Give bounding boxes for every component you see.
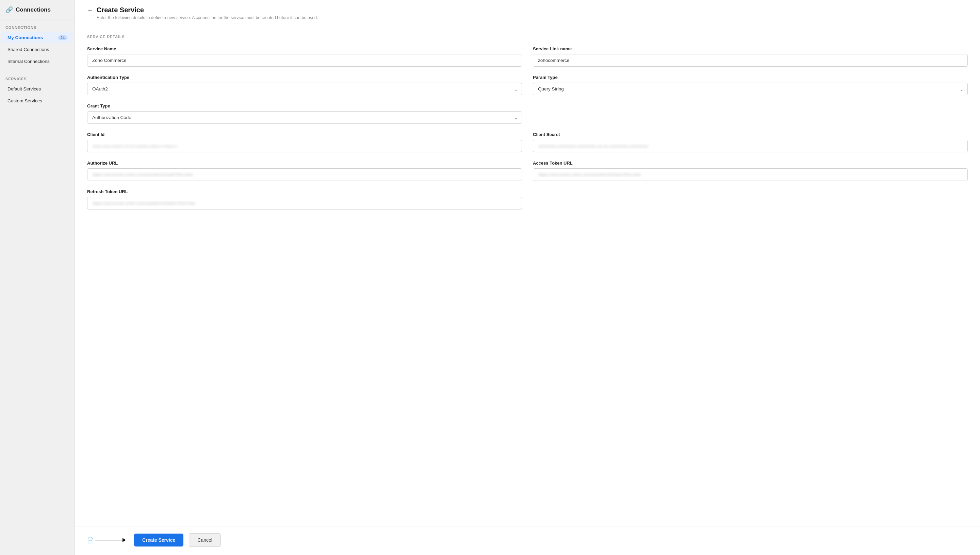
sidebar-item-custom-services[interactable]: Custom Services — [2, 95, 72, 106]
sidebar-item-label-default-services: Default Services — [8, 87, 41, 91]
auth-type-select[interactable]: OAuth2 Basic Auth API Key — [87, 83, 522, 95]
form-group-service-name: Service Name — [87, 46, 522, 67]
arrow-line — [95, 540, 122, 541]
form-group-authorize-url: Authorize URL — [87, 160, 522, 181]
form-group-client-secret: Client Secret — [533, 132, 968, 152]
form-row-client: Client Id Client Secret — [87, 132, 968, 152]
sidebar-item-label-internal: Internal Connections — [8, 59, 50, 64]
access-token-url-label: Access Token URL — [533, 160, 968, 165]
sidebar: 🔗 Connections CONNECTIONS My Connections… — [0, 0, 75, 555]
form-group-refresh-token-url: Refresh Token URL — [87, 189, 522, 210]
bottom-bar: 📄 Create Service Cancel — [75, 526, 980, 555]
sidebar-item-my-connections[interactable]: My Connections 24 — [2, 32, 72, 43]
auth-type-select-wrapper: OAuth2 Basic Auth API Key ⌄ — [87, 83, 522, 95]
create-service-button[interactable]: Create Service — [134, 534, 183, 547]
refresh-token-url-label: Refresh Token URL — [87, 189, 522, 194]
form-group-param-type: Param Type Query String Header Body ⌄ — [533, 75, 968, 95]
client-id-input[interactable] — [87, 140, 522, 152]
form-row-grant: Grant Type Authorization Code Client Cre… — [87, 103, 968, 124]
form-group-spacer — [533, 103, 968, 124]
form-group-grant-type: Grant Type Authorization Code Client Cre… — [87, 103, 522, 124]
sidebar-logo-label: Connections — [16, 6, 51, 13]
form-area: SERVICE DETAILS Service Name Service Lin… — [75, 25, 980, 526]
form-row-urls: Authorize URL Access Token URL — [87, 160, 968, 181]
page-title: Create Service — [96, 6, 144, 14]
service-link-label: Service Link name — [533, 46, 968, 51]
param-type-select-wrapper: Query String Header Body ⌄ — [533, 83, 968, 95]
grant-type-label: Grant Type — [87, 103, 522, 109]
sidebar-item-label-my-connections: My Connections — [8, 35, 43, 40]
connections-icon: 🔗 — [5, 6, 13, 14]
authorize-url-input[interactable] — [87, 168, 522, 181]
form-group-access-token-url: Access Token URL — [533, 160, 968, 181]
refresh-token-url-input[interactable] — [87, 197, 522, 210]
client-secret-label: Client Secret — [533, 132, 968, 137]
grant-type-select[interactable]: Authorization Code Client Credentials Im… — [87, 111, 522, 124]
main-content: ← Create Service Enter the following det… — [75, 0, 980, 555]
page-subtitle: Enter the following details to define a … — [87, 15, 968, 20]
services-section-label: SERVICES — [0, 71, 74, 83]
client-secret-input[interactable] — [533, 140, 968, 152]
form-group-client-id: Client Id — [87, 132, 522, 152]
cancel-button[interactable]: Cancel — [189, 533, 221, 547]
auth-type-label: Authentication Type — [87, 75, 522, 80]
service-link-input[interactable] — [533, 54, 968, 67]
form-group-auth-type: Authentication Type OAuth2 Basic Auth AP… — [87, 75, 522, 95]
grant-type-select-wrapper: Authorization Code Client Credentials Im… — [87, 111, 522, 124]
page-header: ← Create Service Enter the following det… — [75, 0, 980, 25]
sidebar-item-shared-connections[interactable]: Shared Connections — [2, 44, 72, 55]
doc-icon: 📄 — [87, 537, 94, 544]
form-group-refresh-spacer — [533, 189, 968, 210]
param-type-label: Param Type — [533, 75, 968, 80]
service-name-label: Service Name — [87, 46, 522, 51]
connections-section-label: CONNECTIONS — [0, 19, 74, 32]
form-row-auth: Authentication Type OAuth2 Basic Auth AP… — [87, 75, 968, 95]
client-id-label: Client Id — [87, 132, 522, 137]
sidebar-item-label-custom-services: Custom Services — [8, 98, 42, 103]
arrow-head-icon — [122, 538, 126, 542]
my-connections-badge: 24 — [58, 35, 67, 40]
service-details-label: SERVICE DETAILS — [87, 35, 968, 39]
sidebar-item-internal-connections[interactable]: Internal Connections — [2, 56, 72, 67]
service-name-input[interactable] — [87, 54, 522, 67]
back-button[interactable]: ← — [87, 7, 93, 13]
sidebar-logo: 🔗 Connections — [0, 0, 74, 19]
form-group-service-link: Service Link name — [533, 46, 968, 67]
param-type-select[interactable]: Query String Header Body — [533, 83, 968, 95]
form-row-refresh: Refresh Token URL — [87, 189, 968, 210]
access-token-url-input[interactable] — [533, 168, 968, 181]
authorize-url-label: Authorize URL — [87, 160, 522, 165]
form-row-names: Service Name Service Link name — [87, 46, 968, 67]
sidebar-item-label-shared: Shared Connections — [8, 47, 49, 52]
sidebar-item-default-services[interactable]: Default Services — [2, 83, 72, 95]
